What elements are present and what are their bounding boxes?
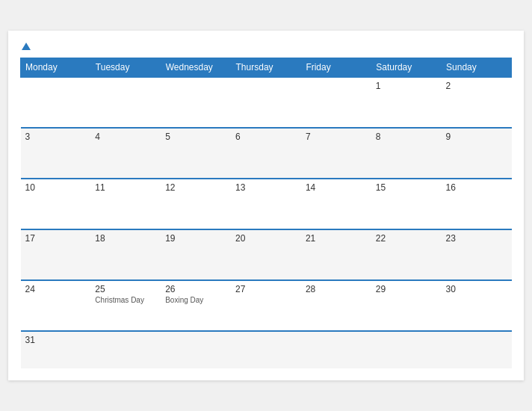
calendar-cell: 4	[90, 128, 161, 179]
day-number: 8	[376, 132, 437, 142]
calendar-cell	[21, 77, 91, 128]
day-number: 2	[446, 81, 507, 91]
calendar-cell	[301, 331, 371, 368]
logo-triangle-icon	[22, 43, 31, 50]
calendar-cell: 27	[231, 280, 301, 331]
calendar-cell: 13	[231, 179, 301, 229]
calendar-cell	[161, 77, 231, 128]
weekday-header-saturday: Saturday	[371, 58, 442, 78]
day-number: 25	[95, 284, 156, 294]
day-number: 11	[95, 182, 156, 193]
calendar-cell: 29	[371, 280, 442, 331]
calendar-cell: 15	[371, 179, 442, 229]
day-number: 16	[446, 182, 507, 193]
calendar-cell: 28	[301, 280, 371, 331]
calendar-cell: 17	[21, 229, 91, 280]
day-number: 13	[235, 182, 297, 193]
calendar-cell: 30	[442, 280, 512, 331]
day-number: 7	[306, 132, 367, 142]
calendar-cell: 10	[21, 179, 91, 229]
weekday-header-sunday: Sunday	[442, 58, 512, 78]
weekday-header-wednesday: Wednesday	[161, 58, 231, 78]
holiday-label: Christmas Day	[95, 296, 156, 304]
day-number: 26	[165, 284, 226, 294]
day-number: 31	[25, 335, 87, 345]
calendar-cell: 8	[371, 128, 442, 179]
calendar-row: 31	[21, 331, 512, 368]
weekday-header-friday: Friday	[301, 58, 371, 78]
calendar-cell	[231, 77, 301, 128]
calendar-cell: 24	[21, 280, 91, 331]
calendar-row: 3456789	[21, 128, 512, 179]
calendar-cell	[90, 331, 161, 368]
day-number: 22	[376, 233, 437, 244]
calendar-row: 12	[21, 77, 512, 128]
day-number: 29	[376, 284, 437, 294]
day-number: 28	[306, 284, 367, 294]
day-number: 18	[95, 233, 156, 244]
calendar-row: 17181920212223	[21, 229, 512, 280]
day-number: 12	[165, 182, 226, 193]
weekday-header-monday: Monday	[21, 58, 91, 78]
calendar-cell: 22	[371, 229, 442, 280]
calendar-cell	[90, 77, 161, 128]
holiday-label: Boxing Day	[165, 296, 226, 304]
day-number: 20	[235, 233, 297, 244]
calendar-cell: 6	[231, 128, 301, 179]
calendar-cell: 11	[90, 179, 161, 229]
calendar-cell: 23	[442, 229, 512, 280]
day-number: 23	[446, 233, 507, 244]
calendar-cell: 18	[90, 229, 161, 280]
calendar-row: 2425Christmas Day26Boxing Day27282930	[21, 280, 512, 331]
day-number: 17	[25, 233, 87, 244]
day-number: 19	[165, 233, 226, 244]
calendar-cell	[442, 331, 512, 368]
day-number: 27	[235, 284, 297, 294]
calendar-cell	[371, 331, 442, 368]
day-number: 14	[306, 182, 367, 193]
calendar-cell: 3	[21, 128, 91, 179]
calendar-grid: MondayTuesdayWednesdayThursdayFridaySatu…	[20, 58, 512, 368]
calendar-cell: 21	[301, 229, 371, 280]
weekday-header-thursday: Thursday	[231, 58, 301, 78]
day-number: 30	[446, 284, 507, 294]
day-number: 15	[376, 182, 437, 193]
day-number: 3	[25, 132, 87, 142]
calendar-cell: 25Christmas Day	[90, 280, 161, 331]
calendar-cell: 26Boxing Day	[161, 280, 231, 331]
calendar-cell: 20	[231, 229, 301, 280]
calendar-cell: 31	[21, 331, 91, 368]
calendar-cell: 12	[161, 179, 231, 229]
calendar-cell: 2	[442, 77, 512, 128]
calendar-cell	[231, 331, 301, 368]
calendar-cell: 19	[161, 229, 231, 280]
calendar-cell: 16	[442, 179, 512, 229]
calendar-container: MondayTuesdayWednesdayThursdayFridaySatu…	[8, 31, 524, 380]
calendar-header	[20, 43, 512, 50]
logo	[20, 43, 31, 50]
calendar-cell: 7	[301, 128, 371, 179]
calendar-cell: 9	[442, 128, 512, 179]
day-number: 24	[25, 284, 87, 294]
calendar-cell: 1	[371, 77, 442, 128]
calendar-cell	[161, 331, 231, 368]
calendar-cell	[301, 77, 371, 128]
day-number: 6	[235, 132, 297, 142]
weekday-header-row: MondayTuesdayWednesdayThursdayFridaySatu…	[21, 58, 512, 78]
calendar-cell: 5	[161, 128, 231, 179]
day-number: 1	[376, 81, 437, 91]
day-number: 10	[25, 182, 87, 193]
day-number: 9	[446, 132, 507, 142]
calendar-row: 10111213141516	[21, 179, 512, 229]
weekday-header-tuesday: Tuesday	[90, 58, 161, 78]
day-number: 21	[306, 233, 367, 244]
day-number: 4	[95, 132, 156, 142]
calendar-cell: 14	[301, 179, 371, 229]
day-number: 5	[165, 132, 226, 142]
